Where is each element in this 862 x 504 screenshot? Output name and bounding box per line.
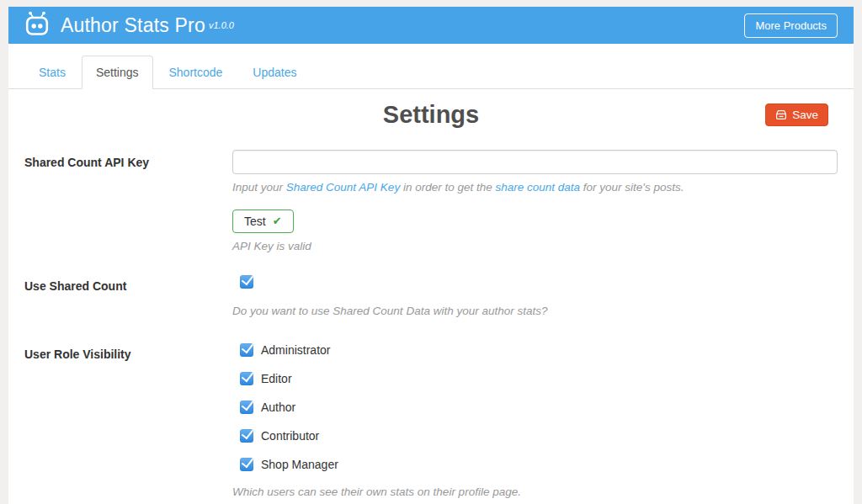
role-row-author: Author: [232, 399, 838, 416]
save-button[interactable]: Save: [765, 103, 828, 126]
app-header: Author Stats Pro v1.0.0 More Products: [8, 7, 854, 44]
role-label[interactable]: Shop Manager: [261, 458, 338, 471]
api-key-help-text: in order to get the: [400, 181, 495, 194]
api-key-help-text: Input your: [232, 181, 286, 194]
role-label[interactable]: Administrator: [261, 343, 330, 357]
app-title: Author Stats Pro: [61, 14, 205, 37]
tab-stats[interactable]: Stats: [24, 56, 80, 89]
tab-shortcode[interactable]: Shortcode: [155, 56, 237, 89]
api-key-status: API Key is valid: [232, 239, 838, 255]
role-row-contributor: Contributor: [232, 427, 838, 444]
user-role-visibility-help: Which users can see their own stats on t…: [232, 485, 838, 501]
checkmark-icon: ✔: [273, 215, 282, 226]
role-checkbox-contributor[interactable]: [240, 429, 253, 443]
api-key-help-text: for your site's posts.: [580, 181, 684, 194]
api-key-label: Shared Count API Key: [24, 150, 232, 255]
api-key-help-link-1[interactable]: Shared Count API Key: [286, 181, 400, 194]
role-label[interactable]: Contributor: [261, 429, 319, 443]
form-row-user-role-visibility: User Role Visibility Administrator Edito…: [24, 342, 838, 501]
tab-bar: Stats Settings Shortcode Updates: [8, 44, 854, 89]
role-label[interactable]: Author: [261, 401, 295, 414]
app-version: v1.0.0: [209, 20, 234, 30]
use-shared-count-checkbox[interactable]: [240, 275, 253, 289]
test-button-label: Test: [244, 215, 266, 228]
use-shared-count-help: Do you want to use Shared Count Data wit…: [232, 304, 838, 320]
form-row-use-shared-count: Use Shared Count Do you want to use Shar…: [24, 273, 838, 320]
tab-updates[interactable]: Updates: [238, 56, 311, 89]
api-key-input[interactable]: [232, 150, 838, 174]
test-api-key-button[interactable]: Test ✔: [232, 210, 294, 233]
form-row-api-key: Shared Count API Key Input your Shared C…: [24, 150, 838, 255]
use-shared-count-label: Use Shared Count: [24, 273, 232, 320]
tab-settings[interactable]: Settings: [82, 56, 153, 89]
role-checkbox-administrator[interactable]: [240, 343, 253, 357]
save-button-label: Save: [792, 109, 818, 121]
robot-icon: [24, 11, 50, 40]
role-row-administrator: Administrator: [232, 342, 838, 358]
role-row-editor: Editor: [232, 370, 838, 387]
role-checkbox-shop-manager[interactable]: [240, 458, 253, 471]
more-products-button[interactable]: More Products: [744, 13, 838, 38]
settings-form: Shared Count API Key Input your Shared C…: [8, 150, 854, 504]
page-title: Settings: [8, 98, 854, 131]
role-checkbox-author[interactable]: [240, 401, 253, 414]
role-label[interactable]: Editor: [261, 372, 292, 385]
api-key-help: Input your Shared Count API Key in order…: [232, 180, 838, 196]
user-role-visibility-label: User Role Visibility: [24, 342, 232, 501]
api-key-help-link-2[interactable]: share count data: [495, 181, 580, 194]
role-row-shop-manager: Shop Manager: [232, 456, 838, 473]
plugin-page-container: Author Stats Pro v1.0.0 More Products St…: [8, 7, 854, 504]
title-row: Settings Save: [8, 98, 854, 133]
floppy-disk-icon: [775, 109, 787, 120]
role-checkbox-editor[interactable]: [240, 372, 253, 385]
